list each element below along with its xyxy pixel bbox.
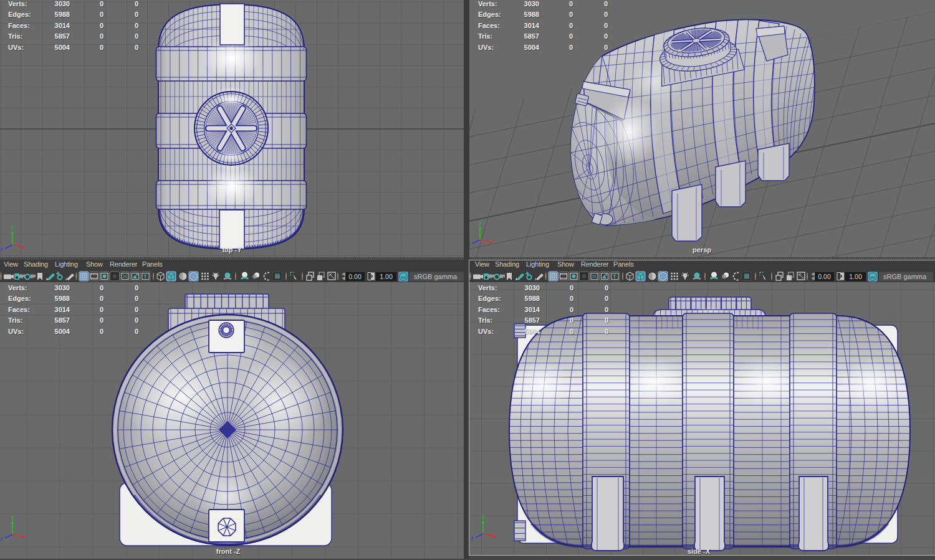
- svg-text:y: y: [11, 224, 14, 230]
- svg-text:y: y: [11, 514, 14, 520]
- svg-text:0.00: 0.00: [818, 273, 831, 280]
- svg-text:y: y: [482, 513, 485, 520]
- svg-text:1.00: 1.00: [849, 273, 862, 280]
- svg-text:z: z: [0, 536, 3, 542]
- svg-text:on: on: [870, 275, 875, 279]
- svg-text:z: z: [471, 535, 474, 541]
- svg-text:z: z: [0, 246, 3, 252]
- svg-text:sRGB gamma: sRGB gamma: [883, 273, 927, 280]
- svg-text:y: y: [479, 219, 482, 225]
- svg-text:T: T: [613, 273, 616, 280]
- svg-text:0.00: 0.00: [348, 273, 362, 280]
- svg-text:T: T: [143, 273, 147, 280]
- svg-text:on: on: [401, 275, 406, 279]
- svg-text:sRGB gamma: sRGB gamma: [414, 273, 458, 280]
- svg-text:1.00: 1.00: [380, 273, 393, 280]
